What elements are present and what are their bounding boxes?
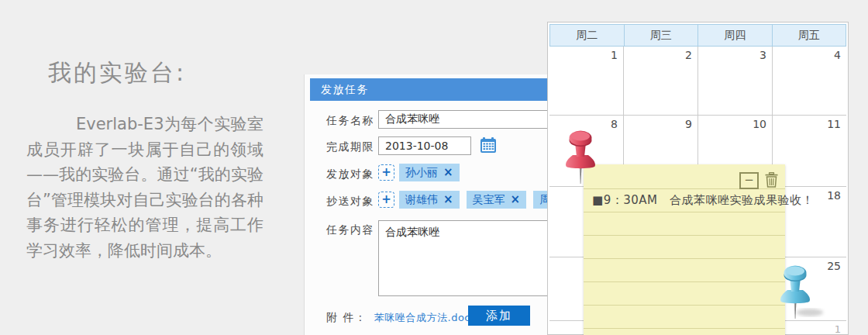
deadline-input[interactable] xyxy=(378,136,471,155)
deadline-label: 完成期限： xyxy=(326,140,387,154)
weekday-header-cell: 周二 xyxy=(549,24,625,47)
recipient-tag[interactable]: 谢雄伟× xyxy=(399,191,460,209)
tag-label: 孙小丽 xyxy=(405,166,438,180)
calendar-day-cell[interactable]: 3 xyxy=(698,47,773,116)
tag-label: 吴宝军 xyxy=(473,193,505,207)
intro-paragraph: Everlab-E3为每个实验室成员开辟了一块属于自己的领域——我的实验台。通过… xyxy=(26,112,264,263)
remove-tag-icon[interactable]: × xyxy=(443,194,453,205)
trash-icon[interactable] xyxy=(765,172,778,188)
page-title: 我的实验台: xyxy=(48,57,186,89)
weekday-header-cell: 周四 xyxy=(698,24,773,47)
attachment-label: 附 件： xyxy=(326,311,367,325)
sticky-note[interactable]: − ■9：30AM 合成苯咪唑实验成果验收！ xyxy=(584,164,785,335)
add-assignee-button[interactable]: + xyxy=(378,164,394,181)
add-attachment-button[interactable]: 添加 xyxy=(468,306,530,326)
calendar-day-cell[interactable]: 1 xyxy=(549,47,624,116)
calendar-day-cell[interactable]: 2 xyxy=(624,47,698,116)
assignee-tag-list: 孙小丽× xyxy=(399,164,460,181)
red-pushpin-icon xyxy=(560,129,601,186)
attachment-file-link[interactable]: 苯咪唑合成方法.docx xyxy=(374,311,477,325)
task-content-label: 任务内容： xyxy=(326,223,387,237)
remove-tag-icon[interactable]: × xyxy=(443,167,453,178)
tag-label: 谢雄伟 xyxy=(405,193,438,207)
task-name-label: 任务名称： xyxy=(326,114,387,128)
calendar-weekday-header: 周二周三周四周五 xyxy=(549,24,846,47)
recipient-tag[interactable]: 吴宝军× xyxy=(467,191,527,209)
add-cc-button[interactable]: + xyxy=(378,192,394,208)
weekday-header-cell: 周五 xyxy=(772,24,847,47)
weekday-header-cell: 周三 xyxy=(624,24,699,47)
calendar-day-cell[interactable]: 4 xyxy=(773,47,846,116)
blue-pushpin-icon xyxy=(775,264,828,321)
calendar-picker-icon[interactable] xyxy=(480,136,497,154)
cc-label: 抄送对象： xyxy=(326,195,387,209)
note-event-text: ■9：30AM 合成苯咪唑实验成果验收！ xyxy=(592,193,814,208)
assignee-label: 发放对象： xyxy=(326,168,387,181)
remove-tag-icon[interactable]: × xyxy=(511,194,521,205)
note-minimize-button[interactable]: − xyxy=(739,172,759,189)
recipient-tag[interactable]: 孙小丽× xyxy=(399,164,460,181)
